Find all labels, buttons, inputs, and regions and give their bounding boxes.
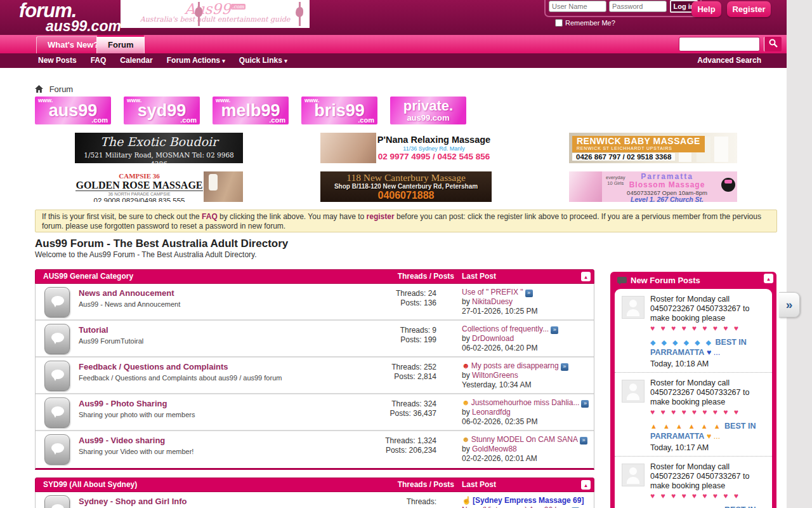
last-post-user-link[interactable]: GoldMeow88 xyxy=(472,444,517,453)
collapse-button[interactable]: ▴ xyxy=(764,274,773,283)
ad-renwick-massage[interactable]: RENWICK BABY MASSAGE RENWICK ST LEICHHAR… xyxy=(569,133,737,163)
last-post-title-link[interactable]: Use of " PREFIX " xyxy=(462,288,523,297)
last-post-title-link[interactable]: Nana (Vietnamese) Aus 26 ho... xyxy=(462,505,570,508)
column-threads-posts: Threads / Posts xyxy=(397,270,454,283)
category-title[interactable]: SYD99 (All About Sydney) xyxy=(43,480,137,489)
search-icon xyxy=(769,39,778,48)
help-button[interactable]: Help xyxy=(691,1,721,17)
forum-title-link[interactable]: Feedback / Questions and Complaints xyxy=(79,362,228,371)
register-link[interactable]: register xyxy=(367,212,395,221)
category-header: AUS99 General Category Threads / Posts L… xyxy=(35,269,594,284)
search-input[interactable] xyxy=(679,37,760,51)
hearts-icons: ♥ ♥ ♥ ♥ ♥ ♥ ♥ ♥ ♥ xyxy=(650,323,767,334)
sidebar-post[interactable]: Roster for Monday call 0450723267 045073… xyxy=(615,373,772,457)
forum-icon xyxy=(44,495,70,508)
sidebar-post[interactable]: Roster for Monday call 0450723267 045073… xyxy=(615,457,772,508)
faq-link[interactable]: FAQ xyxy=(202,212,218,221)
goto-last-post-icon[interactable]: » xyxy=(561,363,568,371)
forum-icon xyxy=(44,434,70,465)
ad-phone: 02 9008 0829/0498 835 555 xyxy=(75,197,204,202)
search-button[interactable] xyxy=(764,37,782,51)
tab-forum[interactable]: Forum xyxy=(96,35,145,53)
banner-syd99[interactable]: www.syd99.com xyxy=(124,97,200,124)
forum-title-link[interactable]: Sydney - Shop and Girl Info xyxy=(79,497,187,506)
ad-exotic-boudoir[interactable]: The Exotic Boudoir 1/521 Military Road, … xyxy=(75,133,243,163)
ad-title: RENWICK BABY MASSAGE xyxy=(577,137,700,146)
last-post-title-link[interactable]: [Sydney Empress Massage 69] xyxy=(473,496,584,505)
cowboy-face-icon: ☻ xyxy=(462,435,470,444)
nav-calendar[interactable]: Calendar xyxy=(120,56,152,65)
username-input[interactable] xyxy=(549,1,606,12)
advanced-search-link[interactable]: Advanced Search xyxy=(697,53,761,68)
breadcrumb-forum[interactable]: Forum xyxy=(49,84,74,94)
forum-stats: Threads: 324Posts: 36,437 xyxy=(334,399,436,418)
forum-icon xyxy=(44,398,70,428)
hearts-icons: ♥ ♥ ♥ ♥ ♥ ♥ ♥ ♥ ♥ xyxy=(650,407,767,418)
remember-me[interactable]: Remember Me? xyxy=(555,19,615,27)
banner-com: .com xyxy=(180,116,197,124)
widget-header: New Forum Posts ▴ xyxy=(610,272,776,289)
banner-sub: aus99.com xyxy=(390,114,466,122)
last-post-title-link[interactable]: Justsomehourhoe miss Dahlia... xyxy=(471,398,580,407)
category-title[interactable]: AUS99 General Category xyxy=(43,272,133,281)
last-post-user-link[interactable]: WiltonGreens xyxy=(472,371,518,380)
nav-quick-links[interactable]: Quick Links ▾ xyxy=(239,56,287,65)
forum-title-link[interactable]: News and Annoucement xyxy=(79,288,174,298)
forum-title-link[interactable]: Aus99 - Photo Sharing xyxy=(79,399,167,408)
tab-bar: What's New? Forum xyxy=(0,35,787,53)
last-post-date: 02-02-2026, 02:01 AM xyxy=(462,454,592,464)
banner-private-aus99[interactable]: private.aus99.com xyxy=(390,97,466,124)
sidebar-toggle-button[interactable]: » xyxy=(779,292,800,318)
remember-me-checkbox[interactable] xyxy=(555,19,563,27)
last-post-title-link[interactable]: Stunny MODEL On CAM SANA xyxy=(471,435,578,444)
last-post: Collections of frequently...» by DrDownl… xyxy=(462,324,592,353)
last-post-title-link[interactable]: My posts are disappearng xyxy=(471,361,559,370)
last-post-user-link[interactable]: NikitaDuesy xyxy=(472,297,513,306)
register-button[interactable]: Register xyxy=(727,1,771,17)
collapse-button[interactable]: ▴ xyxy=(581,272,591,281)
widget-title: New Forum Posts xyxy=(631,276,700,285)
goto-last-post-icon[interactable]: » xyxy=(525,290,533,297)
forum-row-sydney-shop: Sydney - Shop and Girl Info Talk about S… xyxy=(36,492,594,508)
hearts-icons: ♥ ♥ ♥ ♥ ♥ ♥ ♥ ♥ ♥ xyxy=(650,491,767,502)
banner-bris99[interactable]: www.bris99.com xyxy=(301,97,377,124)
ad-golden-rose-massage[interactable]: CAMPSIE 36 GOLDEN ROSE MASSAGE 36 NORTH … xyxy=(75,171,243,202)
ad-title: The Exotic Boudoir xyxy=(75,133,243,150)
ad-canterbury-massage[interactable]: 118 New Canterbury Massage Shop B/118-12… xyxy=(320,171,492,202)
header-ad-banner[interactable]: Aus99.com Australia's best adult enterta… xyxy=(121,0,310,28)
ad-address: 11/36 Sydney Rd. Manly xyxy=(376,145,492,152)
forum-description: Sharing your Video with our member! xyxy=(79,448,193,455)
forum-title-link[interactable]: Tutorial xyxy=(79,325,108,335)
ad-blossom-massage[interactable]: everyday10 Girls Parramatta Blossom Mass… xyxy=(569,171,737,202)
ad-phone: 0406071888 xyxy=(320,190,492,201)
site-logo[interactable]: forum. aus99.com xyxy=(19,1,121,34)
dancer-silhouette-icon xyxy=(198,2,200,26)
last-post-user-link[interactable]: DrDownload xyxy=(472,334,514,343)
ad-title: P'Nana Relaxing Massage xyxy=(376,134,492,145)
ad-pnana-massage[interactable]: P'Nana Relaxing Massage 11/36 Sydney Rd.… xyxy=(320,133,492,163)
column-threads-posts: Threads / Posts xyxy=(397,478,454,491)
banner-www: www. xyxy=(216,97,230,104)
forum-title-link[interactable]: Aus99 - Video sharing xyxy=(79,436,165,445)
password-input[interactable] xyxy=(609,1,667,12)
banner-aus99[interactable]: www.aus99.com xyxy=(35,97,111,124)
last-post-date: 06-02-2026, 02:35 PM xyxy=(462,417,592,427)
last-post-user-link[interactable]: Leonardfdg xyxy=(472,408,511,417)
sidebar-post[interactable]: Roster for Monday call 0450723267 045073… xyxy=(615,289,772,373)
collapse-button[interactable]: ▴ xyxy=(581,480,591,490)
goto-last-post-icon[interactable]: » xyxy=(581,400,589,408)
nav-faq[interactable]: FAQ xyxy=(91,56,107,65)
banner-www: www. xyxy=(127,97,141,104)
banner-brand: Aus99.com xyxy=(121,0,310,16)
goto-last-post-icon[interactable]: » xyxy=(551,326,558,334)
ad-area: CAMPSIE 36 xyxy=(75,172,204,180)
nav-forum-actions[interactable]: Forum Actions ▾ xyxy=(167,56,225,65)
banner-melb99[interactable]: www.melb99.com xyxy=(213,97,289,124)
home-icon[interactable] xyxy=(35,85,43,93)
ad-address: 36 NORTH PARADE CAMPSIE xyxy=(75,191,204,197)
goto-last-post-icon[interactable]: » xyxy=(580,437,587,444)
last-post-title-link[interactable]: Collections of frequently... xyxy=(462,324,549,333)
post-date: Today, 10:17 AM xyxy=(650,443,767,453)
ad-address: Shop B/118-120 New Canterbury Rd, Peters… xyxy=(320,183,492,190)
nav-new-posts[interactable]: New Posts xyxy=(38,56,77,65)
